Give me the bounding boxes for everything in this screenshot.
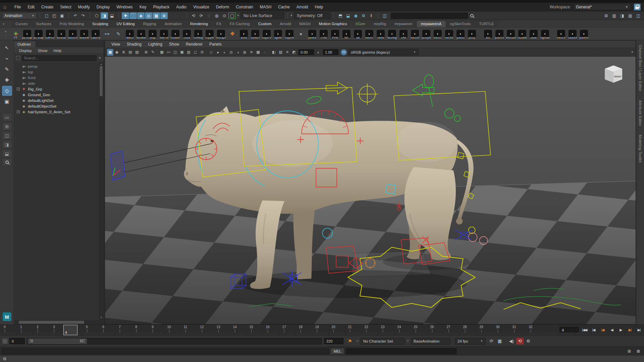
- shelf-button[interactable]: [478, 28, 482, 40]
- paint-select-tool[interactable]: ✎: [2, 64, 12, 74]
- fps-select[interactable]: 24 fps▼: [455, 338, 486, 345]
- shelf-button[interactable]: mirorC: [432, 28, 443, 40]
- menu-item[interactable]: Cache: [275, 4, 293, 10]
- ipr-render-icon[interactable]: ◉: [352, 12, 360, 19]
- shelf-button[interactable]: rigidW: [272, 28, 284, 40]
- gamma-select[interactable]: sRGB gamma (legacy) ▼: [348, 49, 419, 55]
- select-hierarchy-icon[interactable]: ⬡: [93, 12, 100, 19]
- shelf-button[interactable]: pa-snap: [21, 28, 33, 40]
- show-tool-settings-icon[interactable]: ▤: [627, 12, 634, 19]
- new-scene-icon[interactable]: ▢: [43, 12, 50, 19]
- maya-logo[interactable]: M: [3, 312, 11, 321]
- shelf-button[interactable]: mocap1: [215, 28, 227, 40]
- outliner-item[interactable]: + Ground_Geo: [16, 92, 99, 98]
- shelf-button[interactable]: [227, 28, 238, 40]
- shelf-tab[interactable]: Curves: [11, 21, 32, 27]
- viewport-menu-item[interactable]: Show: [166, 41, 182, 47]
- group-divider[interactable]: [377, 13, 379, 19]
- shelf-button[interactable]: ribbon: [124, 28, 136, 40]
- shelf-button[interactable]: musMir: [517, 28, 528, 40]
- auto-keyframe-icon[interactable]: ⟲: [516, 338, 524, 345]
- shelf-tab[interactable]: mrpaweenA: [417, 21, 445, 27]
- scale-tool[interactable]: ▣: [2, 97, 12, 107]
- depth-of-field-icon[interactable]: ◌: [262, 49, 268, 56]
- shelf-button[interactable]: CVW: [318, 28, 329, 40]
- workspace-lock-icon[interactable]: [634, 4, 641, 10]
- menu-item[interactable]: Edit: [24, 4, 38, 10]
- make-live-icon[interactable]: ⊕: [160, 12, 168, 19]
- shelf-button[interactable]: copyW: [204, 28, 215, 40]
- shelf-button[interactable]: centerJ: [250, 28, 261, 40]
- select-component-icon[interactable]: ⬓: [108, 12, 116, 19]
- right-panel-tab[interactable]: Attribute Editor: [638, 100, 642, 126]
- shelf-tab[interactable]: Rendering: [186, 21, 212, 27]
- shelf-button[interactable]: breathe: [136, 28, 147, 40]
- shelf-button[interactable]: count: [181, 28, 193, 40]
- menu-item[interactable]: Key: [136, 4, 150, 10]
- show-attribute-editor-icon[interactable]: ◨: [619, 12, 626, 19]
- snap-to-grid-icon[interactable]: ✚: [122, 12, 129, 19]
- safe-action-icon[interactable]: ◻: [192, 49, 199, 56]
- right-panel-tab[interactable]: Channel Box / Layer Editor: [638, 45, 642, 92]
- shelf-button[interactable]: zRenam: [505, 28, 517, 40]
- construction-history-icon[interactable]: ◍: [213, 12, 220, 19]
- command-input[interactable]: [2, 348, 329, 354]
- menu-item[interactable]: File: [11, 4, 24, 10]
- outliner-search-field[interactable]: [22, 55, 97, 61]
- chevron-down-icon[interactable]: ▽: [357, 340, 359, 343]
- persp-outliner-layout-button[interactable]: ◫: [2, 131, 12, 139]
- shelf-button[interactable]: LRA: [398, 28, 409, 40]
- shelf-tab[interactable]: FX: [212, 21, 225, 27]
- shelf-options-icon[interactable]: ▾⋮: [1, 27, 10, 40]
- panel-menu-icon[interactable]: ▼: [631, 51, 634, 54]
- shelf-button[interactable]: miCtlS: [443, 28, 455, 40]
- menu-item[interactable]: Help: [312, 4, 327, 10]
- sep[interactable]: [268, 50, 270, 55]
- shelf-button[interactable]: cutProx: [44, 28, 56, 40]
- group-divider[interactable]: [185, 13, 188, 19]
- shelf-button[interactable]: faceRig: [386, 28, 398, 40]
- outliner-item[interactable]: + top: [16, 69, 99, 75]
- outliner-item[interactable]: + defaultLightSet: [16, 98, 99, 103]
- film-gate-icon[interactable]: ▭: [165, 49, 172, 56]
- lock-camera-icon[interactable]: ◉: [114, 49, 120, 56]
- xray-icon[interactable]: ▨: [277, 49, 284, 56]
- shelf-tab[interactable]: mrpRig: [370, 21, 390, 27]
- viewport-select-icon[interactable]: ▦: [107, 49, 113, 56]
- shelf-tab[interactable]: Surfaces: [32, 21, 55, 27]
- outliner-menu-item[interactable]: Show: [36, 48, 50, 53]
- safe-title-icon[interactable]: ⊟: [199, 49, 205, 56]
- chevron-down-icon[interactable]: ▽: [407, 340, 409, 343]
- shelf-button[interactable]: copyCV: [261, 28, 272, 40]
- outliner-menu-item[interactable]: Display: [17, 48, 34, 53]
- viewport-menu-item[interactable]: Renderer: [183, 41, 206, 47]
- time-slider[interactable]: 0123456789101112131415161718192021222324…: [0, 324, 644, 335]
- open-scene-icon[interactable]: ◰: [51, 12, 58, 19]
- chevron-down-icon[interactable]: ▼: [237, 14, 239, 17]
- snap-to-view-plane-icon[interactable]: ▦: [153, 12, 160, 19]
- range-slider-track[interactable]: 0 32: [27, 338, 322, 345]
- group-divider[interactable]: [286, 13, 288, 19]
- menu-item[interactable]: Deform: [213, 4, 232, 10]
- menu-item[interactable]: MASH: [256, 4, 275, 10]
- shelf-tab[interactable]: Sculpting: [88, 21, 112, 27]
- hypergraph-persp-layout-button[interactable]: ⬓: [2, 149, 12, 158]
- isolate-select-icon[interactable]: ◧: [271, 49, 277, 56]
- 2d-pan-zoom-icon[interactable]: ⊞: [143, 49, 149, 56]
- gear-icon[interactable]: ⚙: [3, 356, 7, 361]
- shelf-button[interactable]: shareW: [78, 28, 90, 40]
- shelf-tab[interactable]: Rigging: [139, 21, 160, 27]
- camera-attributes-icon[interactable]: ≣: [120, 49, 127, 56]
- menu-item[interactable]: Select: [57, 4, 74, 10]
- shelf-button[interactable]: [295, 28, 307, 40]
- shelf-button[interactable]: sel: [352, 28, 364, 40]
- anti-aliasing-icon[interactable]: ▩: [255, 49, 261, 56]
- exposure-field[interactable]: 0.00: [299, 49, 314, 55]
- mute-audio-icon[interactable]: ◀): [508, 338, 515, 345]
- expand-icon[interactable]: +: [17, 110, 20, 113]
- render-current-frame-icon[interactable]: ⬓: [344, 12, 352, 19]
- lock-selection-icon[interactable]: [169, 12, 176, 19]
- four-pane-layout-button[interactable]: ⊞: [2, 122, 12, 130]
- shelf-tab[interactable]: MASH: [296, 21, 315, 27]
- gate-mask-icon[interactable]: ▣: [179, 49, 185, 56]
